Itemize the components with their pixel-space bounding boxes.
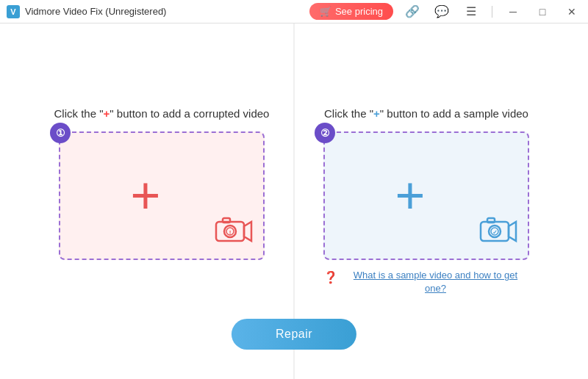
- see-pricing-button[interactable]: 🛒 See pricing: [309, 3, 393, 20]
- svg-text:!: !: [229, 229, 232, 236]
- close-button[interactable]: ✕: [562, 1, 582, 22]
- right-plus-icon: +: [395, 170, 425, 221]
- help-link: ❓ What is a sample video and how to get …: [323, 269, 529, 295]
- right-plus-text: +: [373, 107, 380, 120]
- app-icon: V: [6, 4, 21, 19]
- svg-marker-11: [509, 222, 516, 241]
- right-panel: Click the "+" button to add a sample vid…: [294, 107, 559, 295]
- sample-video-dropzone[interactable]: ② + ✓: [323, 131, 529, 260]
- left-badge: ①: [50, 123, 71, 143]
- svg-text:✓: ✓: [492, 229, 498, 236]
- titlebar: V Vidmore Video Fix (Unregistered) 🛒 See…: [0, 0, 588, 24]
- left-plus-icon: +: [130, 170, 160, 221]
- menu-icon-button[interactable]: ☰: [461, 1, 481, 22]
- svg-rect-10: [487, 218, 495, 223]
- minimize-button[interactable]: ─: [503, 1, 523, 22]
- help-text[interactable]: What is a sample video and how to get on…: [342, 269, 529, 295]
- right-badge: ②: [315, 123, 335, 143]
- titlebar-separator: [492, 6, 492, 18]
- app-title: Vidmore Video Fix (Unregistered): [25, 6, 166, 17]
- right-panel-title: Click the "+" button to add a sample vid…: [324, 107, 528, 120]
- chat-icon-button[interactable]: 💬: [431, 1, 452, 22]
- help-icon: ❓: [323, 270, 338, 284]
- maximize-button[interactable]: □: [532, 1, 553, 22]
- repair-button[interactable]: Repair: [232, 319, 356, 350]
- left-panel: Click the "+" button to add a corrupted …: [29, 107, 294, 295]
- titlebar-center: 🛒 See pricing 🔗 💬 ☰ ─ □ ✕: [309, 1, 582, 22]
- main-content: Click the "+" button to add a corrupted …: [0, 24, 588, 379]
- left-panel-title: Click the "+" button to add a corrupted …: [54, 107, 270, 120]
- corrupted-camera-icon: !: [212, 214, 253, 248]
- corrupted-video-dropzone[interactable]: ① + !: [59, 131, 265, 260]
- repair-btn-container: Repair: [232, 319, 356, 350]
- sample-camera-icon: ✓: [477, 214, 517, 248]
- svg-text:V: V: [10, 7, 16, 16]
- svg-marker-5: [244, 222, 251, 241]
- pricing-label: See pricing: [335, 6, 383, 17]
- svg-rect-4: [223, 218, 230, 223]
- link-icon-button[interactable]: 🔗: [402, 1, 423, 22]
- cart-icon: 🛒: [320, 6, 331, 17]
- left-plus-text: +: [104, 107, 110, 120]
- titlebar-left: V Vidmore Video Fix (Unregistered): [6, 4, 166, 19]
